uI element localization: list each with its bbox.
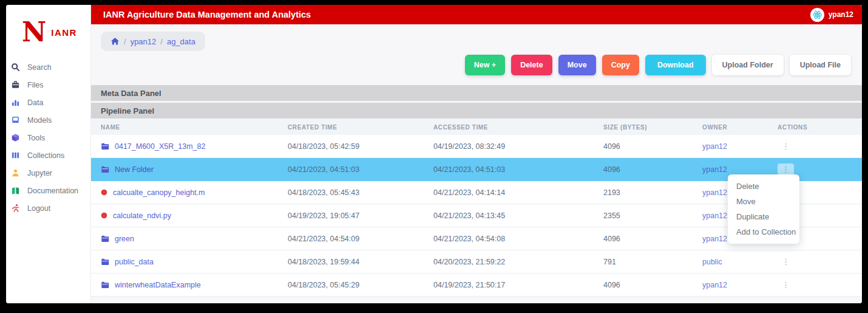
accessed-time-cell: 04/21/2023, 04:14:14 bbox=[433, 188, 603, 197]
sidebar-nav: Search Files Data bbox=[6, 58, 90, 217]
sidebar-item-data[interactable]: Data bbox=[6, 94, 90, 111]
table-header-row: NAME CREATED TIME ACCESSED TIME SIZE (BY… bbox=[91, 119, 862, 135]
column-header-size: SIZE (BYTES) bbox=[603, 124, 702, 131]
name-cell: calcualte_canopy_height.m bbox=[91, 188, 288, 197]
size-cell: 4096 bbox=[603, 142, 702, 151]
size-cell: 2355 bbox=[603, 212, 702, 220]
actions-cell: ⋮ bbox=[778, 142, 862, 151]
table-row[interactable]: 0417_M600_X5R_13m_82 04/18/2023, 05:42:5… bbox=[91, 135, 862, 158]
actions-cell: ⋮ bbox=[778, 258, 862, 266]
file-name-link[interactable]: New Folder bbox=[115, 165, 154, 174]
pipeline-panel-header[interactable]: Pipeline Panel bbox=[91, 103, 862, 119]
download-button[interactable]: Download bbox=[645, 55, 706, 75]
size-cell: 2193 bbox=[603, 188, 702, 197]
breadcrumb-link-ag-data[interactable]: ag_data bbox=[167, 37, 195, 46]
delete-button[interactable]: Delete bbox=[511, 55, 552, 75]
size-cell: 4096 bbox=[603, 235, 702, 243]
breadcrumb-separator: / bbox=[124, 37, 126, 46]
upload-folder-button[interactable]: Upload Folder bbox=[712, 55, 784, 75]
file-name-link[interactable]: green bbox=[115, 235, 134, 243]
file-icon bbox=[101, 189, 107, 196]
table-row[interactable]: winterwheatDataExample 04/18/2023, 05:45… bbox=[91, 273, 862, 297]
meta-data-panel-header[interactable]: Meta Data Panel bbox=[91, 85, 862, 101]
owner-link[interactable]: ypan12 bbox=[702, 281, 778, 289]
column-header-owner: OWNER bbox=[702, 124, 778, 131]
created-time-cell: 04/21/2023, 04:54:09 bbox=[288, 235, 433, 243]
copy-button[interactable]: Copy bbox=[602, 55, 639, 75]
accessed-time-cell: 04/21/2023, 04:51:03 bbox=[433, 165, 603, 174]
accessed-time-cell: 04/20/2023, 21:59:22 bbox=[433, 258, 603, 266]
breadcrumb: / ypan12 / ag_data bbox=[101, 32, 205, 51]
size-cell: 4096 bbox=[603, 165, 702, 174]
sidebar-item-tools[interactable]: Tools bbox=[6, 129, 90, 146]
row-actions-kebab-icon[interactable]: ⋮ bbox=[778, 163, 794, 175]
models-icon bbox=[10, 115, 21, 125]
column-header-accessed-time: ACCESSED TIME bbox=[433, 124, 603, 131]
context-menu-item-add-to-collection[interactable]: Add to Collection bbox=[728, 224, 799, 239]
sidebar-item-logout[interactable]: Logout bbox=[6, 199, 90, 217]
context-menu-item-move[interactable]: Move bbox=[728, 194, 799, 209]
sidebar-item-documentation[interactable]: Documentation bbox=[6, 182, 90, 199]
name-cell: public_data bbox=[91, 258, 288, 266]
sidebar-item-label: Tools bbox=[27, 134, 45, 142]
accessed-time-cell: 04/19/2023, 08:32:49 bbox=[433, 142, 603, 151]
sidebar-item-collections[interactable]: Collections bbox=[6, 146, 90, 164]
file-name-link[interactable]: public_data bbox=[115, 258, 154, 266]
pipeline-panel-label: Pipeline Panel bbox=[101, 106, 154, 115]
name-cell: 0417_M600_X5R_13m_82 bbox=[91, 142, 288, 151]
sidebar-item-models[interactable]: Models bbox=[6, 111, 90, 129]
folder-icon bbox=[101, 235, 109, 242]
university-logo: N IANR bbox=[6, 5, 90, 50]
created-time-cell: 04/21/2023, 04:51:03 bbox=[288, 165, 433, 174]
sidebar-item-label: Jupyter bbox=[27, 169, 52, 177]
folder-icon bbox=[101, 281, 109, 289]
name-cell: winterwheatDataExample bbox=[91, 281, 288, 289]
owner-link[interactable]: ypan12 bbox=[702, 142, 778, 151]
logout-icon bbox=[10, 203, 21, 213]
owner-link[interactable]: ypan12 bbox=[702, 165, 778, 174]
meta-data-panel-label: Meta Data Panel bbox=[101, 89, 161, 98]
table-row[interactable]: public_data 04/18/2023, 19:59:44 04/20/2… bbox=[91, 250, 862, 273]
created-time-cell: 04/18/2023, 05:42:59 bbox=[288, 142, 433, 151]
sidebar-item-jupyter[interactable]: Jupyter bbox=[6, 164, 90, 182]
row-actions-kebab-icon[interactable]: ⋮ bbox=[778, 279, 794, 291]
data-icon bbox=[10, 97, 21, 108]
sidebar-item-label: Collections bbox=[27, 151, 64, 160]
folder-icon bbox=[101, 142, 109, 150]
actions-cell: ⋮ bbox=[778, 165, 862, 174]
file-name-link[interactable]: calculate_ndvi.py bbox=[113, 212, 171, 220]
upload-file-button[interactable]: Upload File bbox=[790, 55, 851, 75]
home-icon[interactable] bbox=[110, 37, 120, 46]
files-icon bbox=[10, 80, 21, 90]
breadcrumb-link-ypan12[interactable]: ypan12 bbox=[131, 37, 157, 46]
column-header-created-time: CREATED TIME bbox=[288, 124, 433, 131]
row-actions-kebab-icon[interactable]: ⋮ bbox=[778, 140, 794, 152]
created-time-cell: 04/18/2023, 05:45:29 bbox=[288, 281, 433, 289]
move-button[interactable]: Move bbox=[558, 55, 596, 75]
sidebar-item-label: Search bbox=[27, 63, 52, 72]
user-avatar bbox=[810, 8, 824, 22]
sidebar-item-files[interactable]: Files bbox=[6, 76, 90, 94]
context-menu-item-duplicate[interactable]: Duplicate bbox=[728, 209, 799, 224]
sidebar-item-label: Documentation bbox=[27, 187, 78, 195]
user-menu-button[interactable]: ypan12 bbox=[810, 8, 853, 22]
owner-link[interactable]: public bbox=[702, 258, 778, 266]
context-menu-item-delete[interactable]: Delete bbox=[728, 179, 799, 194]
file-name-link[interactable]: 0417_M600_X5R_13m_82 bbox=[115, 142, 205, 151]
name-cell: calculate_ndvi.py bbox=[91, 212, 288, 220]
column-header-name: NAME bbox=[91, 124, 288, 131]
breadcrumb-row: / ypan12 / ag_data bbox=[91, 24, 862, 51]
sidebar-item-search[interactable]: Search bbox=[6, 58, 90, 76]
nebraska-n-logo: N bbox=[22, 21, 46, 43]
row-actions-kebab-icon[interactable]: ⋮ bbox=[778, 256, 794, 267]
logo-text: IANR bbox=[51, 27, 77, 38]
size-cell: 4096 bbox=[603, 281, 702, 289]
file-name-link[interactable]: winterwheatDataExample bbox=[115, 281, 201, 289]
new-button[interactable]: New + bbox=[465, 55, 505, 75]
accessed-time-cell: 04/21/2023, 04:13:45 bbox=[433, 212, 603, 220]
sidebar-item-label: Models bbox=[27, 116, 52, 125]
accessed-time-cell: 04/19/2023, 21:50:17 bbox=[433, 281, 603, 289]
username-label: ypan12 bbox=[829, 10, 853, 19]
column-header-actions: ACTIONS bbox=[778, 124, 862, 131]
file-name-link[interactable]: calcualte_canopy_height.m bbox=[113, 188, 205, 197]
